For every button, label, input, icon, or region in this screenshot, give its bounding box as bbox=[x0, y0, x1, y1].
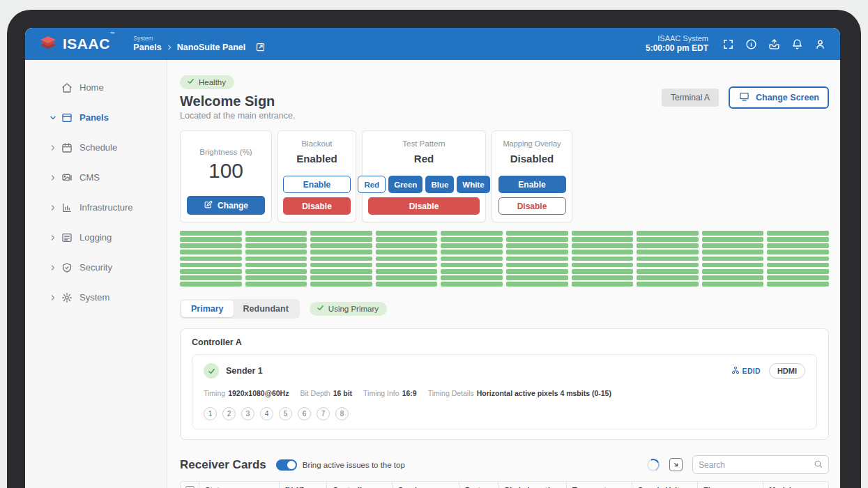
sidebar-item-schedule[interactable]: Schedule bbox=[25, 132, 167, 162]
panel-cell bbox=[572, 231, 634, 236]
col-header-sender[interactable]: Sender bbox=[393, 482, 459, 488]
port-7-button[interactable]: 7 bbox=[317, 407, 330, 420]
mapping-overlay-state: Disabled bbox=[510, 153, 554, 165]
panel-cell bbox=[245, 243, 307, 248]
panel-cell bbox=[376, 243, 438, 248]
chevron-right-icon bbox=[166, 44, 173, 51]
chevron-right-icon[interactable] bbox=[49, 234, 57, 242]
logo[interactable]: ISAAC™ bbox=[39, 36, 115, 52]
media-image-icon bbox=[61, 172, 73, 183]
panel-cell bbox=[245, 269, 307, 274]
sidebar-item-label: Home bbox=[79, 82, 104, 93]
notifications-bell-icon[interactable] bbox=[791, 38, 803, 50]
panel-cell bbox=[180, 269, 242, 274]
panel-cell bbox=[376, 231, 438, 236]
sidebar-item-security[interactable]: Security bbox=[25, 252, 167, 282]
panel-cell bbox=[637, 250, 699, 254]
info-icon[interactable] bbox=[745, 38, 757, 50]
timing-info-row: Timing1920x1080@60Hz Bit Depth16 bit Tim… bbox=[204, 389, 805, 397]
brightness-change-button[interactable]: Change bbox=[187, 196, 265, 215]
search-input[interactable] bbox=[699, 460, 814, 470]
test-pattern-red-button[interactable]: Red bbox=[358, 176, 386, 193]
test-pattern-state: Red bbox=[414, 153, 434, 165]
user-account-icon[interactable] bbox=[814, 38, 826, 50]
terminal-badge: Terminal A bbox=[662, 89, 719, 107]
col-header-supply-voltage[interactable]: Supply Voltag... bbox=[632, 482, 698, 488]
panel-cell bbox=[506, 269, 568, 274]
tab-primary[interactable]: Primary bbox=[181, 300, 234, 317]
blackout-enable-button[interactable]: Enable bbox=[283, 176, 351, 193]
edid-link[interactable]: EDID bbox=[731, 366, 761, 376]
panel-cell bbox=[245, 282, 307, 287]
panel-cell bbox=[441, 243, 503, 248]
panel-cell bbox=[441, 263, 503, 268]
panel-cell bbox=[506, 275, 568, 280]
table-expand-icon[interactable] bbox=[669, 458, 683, 471]
loading-spinner-icon bbox=[645, 457, 661, 473]
panel-cell bbox=[702, 269, 764, 274]
col-header-firmware[interactable]: Firmware bbox=[698, 482, 763, 488]
panel-cell bbox=[767, 282, 829, 287]
col-header-port[interactable]: Port bbox=[459, 482, 498, 488]
chevron-right-icon[interactable] bbox=[49, 264, 57, 272]
main-content: Healthy Welcome Sign Located at the main… bbox=[167, 60, 840, 488]
controller-a-card: Controller A Sender 1 EDID HDMI bbox=[180, 328, 829, 440]
controller-title: Controller A bbox=[192, 337, 817, 347]
col-header-status[interactable]: Status bbox=[199, 482, 280, 488]
panel-cell bbox=[637, 263, 699, 268]
test-pattern-blue-button[interactable]: Blue bbox=[425, 176, 454, 193]
port-3-button[interactable]: 3 bbox=[241, 407, 254, 420]
port-4-button[interactable]: 4 bbox=[260, 407, 273, 420]
panel-cell bbox=[441, 269, 503, 274]
fullscreen-icon[interactable] bbox=[722, 38, 734, 50]
panel-cell bbox=[637, 282, 699, 287]
panel-cell bbox=[702, 263, 764, 268]
col-header-yx[interactable]: [Y, X] bbox=[280, 482, 327, 488]
chevron-down-icon[interactable] bbox=[49, 114, 57, 122]
test-pattern-disable-button[interactable]: Disable bbox=[368, 197, 480, 215]
blackout-disable-button[interactable]: Disable bbox=[283, 197, 351, 215]
chevron-right-icon[interactable] bbox=[49, 144, 57, 152]
breadcrumb-panels-link[interactable]: Panels bbox=[133, 43, 161, 52]
chevron-right-icon[interactable] bbox=[49, 174, 57, 182]
mapping-disable-button[interactable]: Disable bbox=[498, 197, 566, 215]
port-8-button[interactable]: 8 bbox=[335, 407, 349, 420]
chevron-right-icon[interactable] bbox=[49, 293, 57, 302]
test-pattern-white-button[interactable]: White bbox=[457, 176, 489, 193]
active-issues-toggle[interactable] bbox=[276, 459, 297, 471]
panel-cell bbox=[702, 250, 764, 254]
log-list-icon bbox=[61, 232, 73, 243]
panel-cell bbox=[441, 282, 503, 287]
sidebar-item-system[interactable]: System bbox=[25, 282, 167, 312]
hdmi-port-badge: HDMI bbox=[769, 363, 805, 379]
sender-name: Sender 1 bbox=[226, 366, 263, 376]
port-2-button[interactable]: 2 bbox=[222, 407, 236, 420]
port-5-button[interactable]: 5 bbox=[279, 407, 292, 420]
panel-cell bbox=[506, 231, 568, 236]
port-1-button[interactable]: 1 bbox=[204, 407, 217, 420]
sidebar-item-infrastructure[interactable]: Infrastructure bbox=[25, 192, 167, 222]
sidebar-item-logging[interactable]: Logging bbox=[25, 222, 167, 252]
panel-cell bbox=[180, 231, 242, 236]
col-header-model[interactable]: Model bbox=[763, 482, 828, 488]
port-6-button[interactable]: 6 bbox=[298, 407, 311, 420]
panel-cell bbox=[376, 263, 438, 268]
sidebar-item-home[interactable]: Home bbox=[25, 73, 167, 102]
tab-redundant[interactable]: Redundant bbox=[234, 300, 298, 317]
sidebar-item-panels[interactable]: Panels bbox=[25, 102, 167, 132]
col-header-chain-location[interactable]: Chain Location bbox=[498, 482, 567, 488]
open-external-icon[interactable] bbox=[255, 42, 266, 52]
panel-cell bbox=[310, 257, 372, 261]
col-header-controller[interactable]: Controller bbox=[327, 482, 393, 488]
change-screen-button[interactable]: Change Screen bbox=[729, 86, 829, 109]
chevron-right-icon[interactable] bbox=[49, 204, 57, 212]
upload-tray-icon[interactable] bbox=[768, 38, 780, 50]
panel-cell bbox=[767, 269, 829, 274]
sidebar-item-label: Logging bbox=[79, 232, 112, 243]
col-header-temperature[interactable]: Temperature... bbox=[567, 482, 632, 488]
mapping-enable-button[interactable]: Enable bbox=[498, 176, 566, 193]
sidebar-item-cms[interactable]: CMS bbox=[25, 162, 167, 192]
panel-cell bbox=[441, 257, 503, 261]
test-pattern-green-button[interactable]: Green bbox=[388, 176, 422, 193]
bar-chart-icon bbox=[61, 202, 73, 213]
